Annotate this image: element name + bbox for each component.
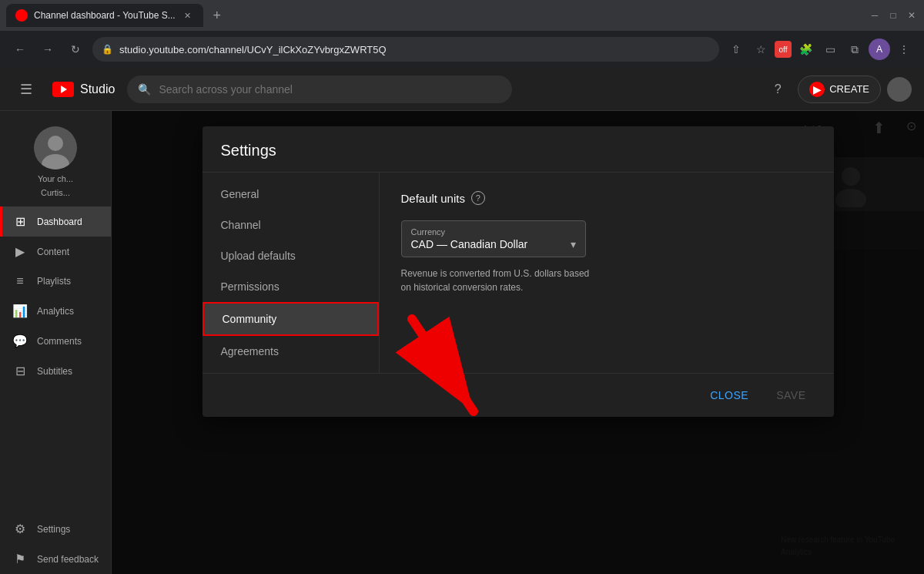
section-title: Default units ? [401, 191, 812, 205]
create-icon: ▶ [809, 82, 825, 97]
sidebar-item-playlists[interactable]: ≡ Playlists [0, 267, 111, 296]
maximize-button[interactable]: □ [887, 9, 899, 22]
settings-nav-channel[interactable]: Channel [203, 210, 379, 240]
new-tab-button[interactable]: + [206, 5, 228, 26]
modal-title: Settings [221, 142, 815, 159]
extension-icon-1[interactable]: off [775, 41, 792, 58]
logo-text: Studio [80, 82, 115, 96]
sidebar-label-playlists: Playlists [37, 276, 71, 287]
sidebar-item-feedback[interactable]: ⚑ Send feedback [0, 544, 111, 574]
top-nav-right: ? ▶ CREATE [764, 76, 912, 103]
close-button[interactable]: CLOSE [701, 383, 758, 408]
playlists-icon: ≡ [12, 274, 28, 288]
security-icon: 🔒 [102, 44, 113, 55]
top-nav: ☰ Studio 🔍 ? ▶ CREATE [0, 68, 924, 111]
create-label: CREATE [829, 83, 869, 95]
extension-icon-2[interactable]: 🧩 [795, 39, 816, 60]
sidebar-label-analytics: Analytics [37, 306, 74, 317]
search-bar[interactable]: 🔍 [127, 76, 512, 103]
tab-favicon [15, 9, 28, 22]
sidebar-item-settings[interactable]: ⚙ Settings [0, 514, 111, 544]
minimize-button[interactable]: ─ [869, 9, 881, 22]
close-window-button[interactable]: ✕ [906, 9, 918, 22]
browser-toolbar: ← → ↻ 🔒 studio.youtube.com/channel/UCvY_… [0, 31, 924, 68]
youtube-logo-icon [52, 82, 74, 97]
browser-tab[interactable]: Channel dashboard - YouTube S... ✕ [6, 4, 203, 27]
forward-button[interactable]: → [37, 39, 59, 60]
app: ☰ Studio 🔍 ? ▶ CREATE [0, 68, 924, 574]
settings-nav-general[interactable]: General [203, 179, 379, 210]
settings-nav-permissions[interactable]: Permissions [203, 271, 379, 302]
browser-chrome: Channel dashboard - YouTube S... ✕ + ─ □… [0, 0, 924, 68]
tab-close-button[interactable]: ✕ [182, 9, 194, 22]
help-icon[interactable]: ? [471, 191, 485, 205]
window-controls: ─ □ ✕ [869, 9, 918, 22]
sidebar-label-dashboard: Dashboard [37, 217, 82, 227]
currency-label: Currency [411, 227, 576, 237]
channel-avatar[interactable] [34, 126, 77, 170]
currency-value: CAD — Canadian Dollar ▾ [411, 238, 576, 250]
settings-modal: Settings General Channel Upload defaults… [203, 126, 834, 417]
refresh-button[interactable]: ↻ [65, 39, 86, 60]
sidebar-label-comments: Comments [37, 336, 82, 347]
revenue-note: Revenue is converted from U.S. dollars b… [401, 267, 601, 294]
browser-titlebar: Channel dashboard - YouTube S... ✕ + ─ □… [0, 0, 924, 31]
modal-main-content: Default units ? Currency CAD — Canadian … [380, 173, 834, 373]
menu-icon[interactable]: ⋮ [893, 39, 915, 60]
modal-sidebar-nav: General Channel Upload defaults Permissi… [203, 173, 380, 373]
sidebar-label-content: Content [37, 247, 69, 257]
sidebar-item-subtitles[interactable]: ⊟ Subtitles [0, 356, 111, 386]
currency-dropdown[interactable]: Currency CAD — Canadian Dollar ▾ [401, 220, 586, 257]
sidebar-item-analytics[interactable]: 📊 Analytics [0, 296, 111, 326]
search-icon: 🔍 [138, 83, 151, 96]
section-title-text: Default units [401, 192, 465, 205]
dropdown-arrow-icon: ▾ [571, 238, 576, 250]
play-icon [61, 86, 67, 93]
logo: Studio [52, 82, 115, 97]
sidebar-item-dashboard[interactable]: ⊞ Dashboard [0, 206, 111, 237]
search-input[interactable] [159, 83, 501, 96]
url-text: studio.youtube.com/channel/UCvY_ilCkXoZY… [119, 44, 710, 55]
user-avatar[interactable] [887, 77, 912, 102]
sidebar-item-comments[interactable]: 💬 Comments [0, 326, 111, 356]
subtitles-icon: ⊟ [12, 364, 28, 378]
bookmark-icon[interactable]: ☆ [750, 39, 772, 60]
help-button[interactable]: ? [764, 76, 792, 103]
channel-info: Your ch... Curtis... [0, 117, 111, 206]
sidebar-item-content[interactable]: ▶ Content [0, 237, 111, 267]
create-button[interactable]: ▶ CREATE [798, 76, 881, 103]
svg-point-1 [48, 136, 63, 151]
settings-icon: ⚙ [12, 522, 28, 536]
toolbar-icons: ⇧ ☆ off 🧩 ▭ ⧉ A ⋮ [725, 39, 915, 60]
main-content: Your ch... Curtis... ⊞ Dashboard ▶ Conte… [0, 111, 924, 574]
modal-header: Settings [203, 126, 834, 173]
settings-nav-upload-defaults[interactable]: Upload defaults [203, 240, 379, 271]
tab-title: Channel dashboard - YouTube S... [34, 10, 176, 21]
cast-icon[interactable]: ▭ [819, 39, 841, 60]
comments-icon: 💬 [12, 334, 28, 348]
channel-sub-name: Curtis... [41, 188, 70, 197]
hamburger-menu[interactable]: ☰ [12, 76, 40, 103]
modal-footer: CLOSE SAVE [203, 373, 834, 417]
feedback-icon: ⚑ [12, 552, 28, 566]
settings-nav-community[interactable]: Community [203, 302, 379, 336]
currency-value-text: CAD — Canadian Dollar [411, 238, 528, 250]
analytics-icon: 📊 [12, 304, 28, 318]
modal-backdrop: Settings General Channel Upload defaults… [112, 111, 924, 574]
split-icon[interactable]: ⧉ [844, 39, 865, 60]
modal-body: General Channel Upload defaults Permissi… [203, 173, 834, 373]
sidebar-label-subtitles: Subtitles [37, 366, 72, 377]
dashboard-icon: ⊞ [12, 214, 28, 229]
channel-name: Your ch... [38, 174, 73, 183]
save-button[interactable]: SAVE [767, 383, 815, 408]
sidebar-label-feedback: Send feedback [37, 554, 99, 565]
address-bar[interactable]: 🔒 studio.youtube.com/channel/UCvY_ilCkXo… [92, 37, 719, 62]
settings-nav-agreements[interactable]: Agreements [203, 336, 379, 367]
sidebar-label-settings: Settings [37, 524, 70, 535]
share-icon[interactable]: ⇧ [725, 39, 747, 60]
page-area: ⬆ ⊙ 1 / 2 › ck with axpansionre-Publish [112, 111, 924, 574]
sidebar: Your ch... Curtis... ⊞ Dashboard ▶ Conte… [0, 111, 112, 574]
back-button[interactable]: ← [9, 39, 31, 60]
profile-icon[interactable]: A [869, 39, 890, 60]
content-icon: ▶ [12, 244, 28, 259]
